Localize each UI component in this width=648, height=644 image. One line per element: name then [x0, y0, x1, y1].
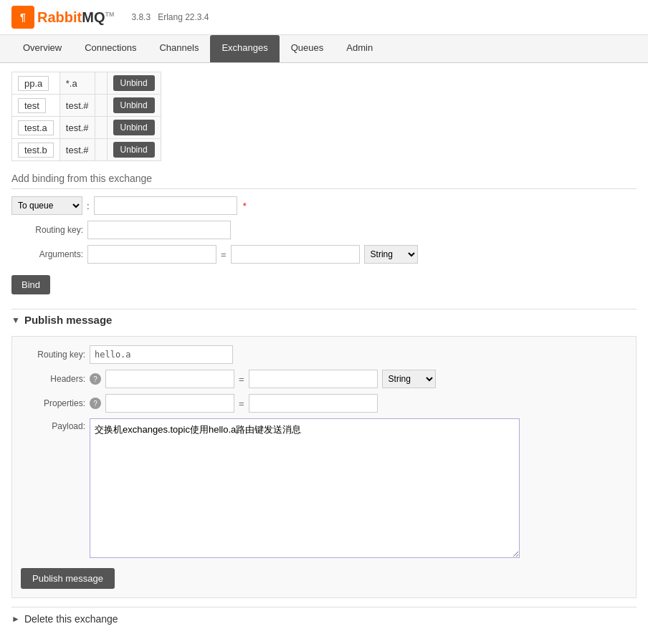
- publish-payload-label: Payload:: [21, 421, 85, 431]
- queue-cell: test.a: [12, 117, 60, 139]
- args-cell: [95, 95, 107, 117]
- publish-properties-label: Properties:: [21, 398, 85, 408]
- routing-key-input[interactable]: [87, 221, 231, 239]
- publish-properties-row: Properties: ? =: [21, 394, 627, 413]
- properties-value-input[interactable]: [249, 394, 378, 413]
- headers-help-icon[interactable]: ?: [90, 373, 101, 385]
- nav-connections[interactable]: Connections: [73, 35, 148, 62]
- unbind-button[interactable]: Unbind: [113, 75, 155, 91]
- header: ¶ RabbitMQTM 3.8.3 Erlang 22.3.4: [0, 0, 648, 35]
- routing-key-cell: test.#: [59, 117, 95, 139]
- properties-equals: =: [239, 398, 244, 409]
- logo-icon: ¶: [11, 6, 34, 29]
- colon: :: [87, 201, 90, 211]
- headers-key-input[interactable]: [105, 370, 234, 388]
- properties-help-icon[interactable]: ?: [90, 398, 101, 409]
- routing-key-label: Routing key:: [11, 225, 83, 235]
- publish-headers-label: Headers:: [21, 374, 85, 384]
- logo-tm: TM: [105, 11, 114, 18]
- publish-routing-key-label: Routing key:: [21, 350, 85, 360]
- unbind-button[interactable]: Unbind: [113, 120, 155, 135]
- nav-exchanges[interactable]: Exchanges: [210, 35, 279, 62]
- queue-cell: test: [12, 95, 60, 117]
- unbind-button[interactable]: Unbind: [113, 97, 155, 113]
- publish-headers-row: Headers: ? = String Number Boolean: [21, 370, 627, 388]
- publish-routing-key-input[interactable]: [90, 345, 233, 364]
- binding-type-select[interactable]: To queue To exchange: [11, 196, 82, 215]
- unbind-cell: Unbind: [107, 72, 161, 95]
- delete-exchange-label: Delete this exchange: [24, 613, 118, 625]
- arguments-key-input[interactable]: [87, 245, 216, 264]
- unbind-cell: Unbind: [107, 95, 161, 117]
- routing-key-cell: test.#: [59, 139, 95, 161]
- publish-message-toggle[interactable]: ▼ Publish message: [11, 309, 637, 330]
- payload-textarea[interactable]: 交换机exchanges.topic使用hello.a路由键发送消息: [90, 418, 520, 558]
- table-row: test test.# Unbind: [12, 95, 161, 117]
- nav-queues[interactable]: Queues: [280, 35, 335, 62]
- args-cell: [95, 72, 107, 95]
- publish-routing-key-row: Routing key:: [21, 345, 627, 364]
- equals-sign: =: [221, 249, 227, 260]
- toggle-arrow-icon: ▼: [11, 315, 20, 325]
- publish-message-section: Routing key: Headers: ? = String Number …: [11, 336, 637, 598]
- table-row: test.b test.# Unbind: [12, 139, 161, 161]
- arguments-row: Arguments: = String Number Boolean: [11, 245, 637, 264]
- routing-key-cell: test.#: [59, 95, 95, 117]
- nav-overview[interactable]: Overview: [11, 35, 73, 62]
- queue-cell: pp.a: [12, 72, 60, 95]
- properties-key-input[interactable]: [105, 394, 234, 413]
- publish-payload-row: Payload: 交换机exchanges.topic使用hello.a路由键发…: [21, 418, 627, 558]
- nav: Overview Connections Channels Exchanges …: [0, 35, 648, 63]
- to-queue-row: To queue To exchange : *: [11, 196, 637, 215]
- version-info: 3.8.3 Erlang 22.3.4: [131, 12, 209, 22]
- args-cell: [95, 139, 107, 161]
- bindings-table: pp.a *.a Unbind test test.# Unbind test.…: [11, 72, 161, 161]
- arguments-label: Arguments:: [11, 249, 83, 259]
- content: pp.a *.a Unbind test test.# Unbind test.…: [0, 63, 648, 639]
- unbind-button[interactable]: Unbind: [113, 142, 155, 158]
- bind-button[interactable]: Bind: [11, 275, 50, 294]
- required-star: *: [243, 201, 247, 211]
- table-row: test.a test.# Unbind: [12, 117, 161, 139]
- table-row: pp.a *.a Unbind: [12, 72, 161, 95]
- arguments-type-select[interactable]: String Number Boolean: [364, 245, 418, 264]
- publish-message-button[interactable]: Publish message: [21, 568, 115, 589]
- nav-admin[interactable]: Admin: [335, 35, 384, 62]
- headers-value-input[interactable]: [249, 370, 378, 388]
- logo-text: RabbitMQTM: [37, 9, 114, 26]
- publish-message-title: Publish message: [24, 314, 113, 326]
- queue-cell: test.b: [12, 139, 60, 161]
- routing-key-cell: *.a: [59, 72, 95, 95]
- to-queue-input[interactable]: [94, 196, 237, 215]
- delete-exchange-toggle[interactable]: ► Delete this exchange: [11, 607, 637, 630]
- delete-toggle-arrow-icon: ►: [11, 614, 20, 624]
- nav-channels[interactable]: Channels: [148, 35, 210, 62]
- logo: ¶ RabbitMQTM: [11, 6, 114, 29]
- headers-equals: =: [239, 374, 244, 385]
- headers-type-select[interactable]: String Number Boolean: [382, 370, 436, 388]
- add-binding-header: Add binding from this exchange: [11, 173, 637, 189]
- unbind-cell: Unbind: [107, 117, 161, 139]
- arguments-value-input[interactable]: [231, 245, 360, 264]
- args-cell: [95, 117, 107, 139]
- routing-key-row: Routing key:: [11, 221, 637, 239]
- unbind-cell: Unbind: [107, 139, 161, 161]
